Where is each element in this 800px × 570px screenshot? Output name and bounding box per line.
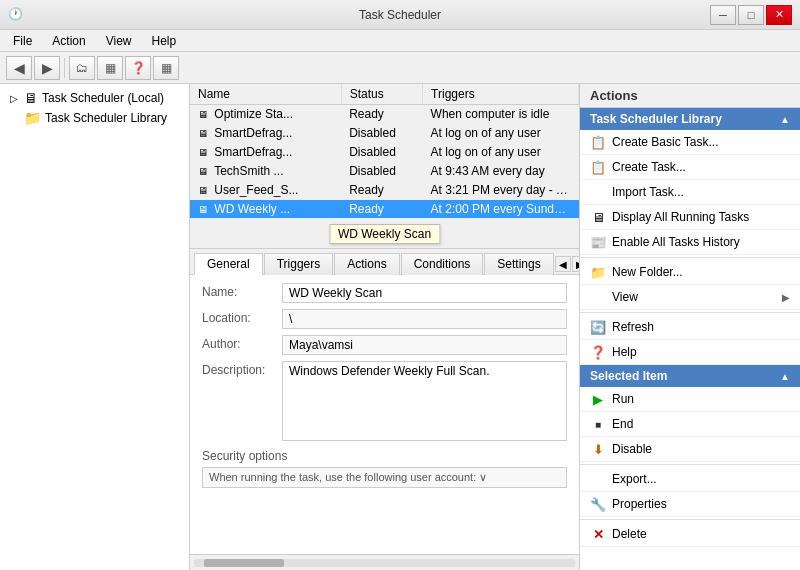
col-name[interactable]: Name bbox=[190, 84, 341, 105]
security-text: When running the task, use the following… bbox=[202, 467, 567, 488]
table-row[interactable]: 🖥 User_Feed_S... Ready At 3:21 PM every … bbox=[190, 181, 579, 200]
action-disable[interactable]: ⬇ Disable bbox=[580, 437, 800, 462]
import-task-label: Import Task... bbox=[612, 185, 790, 199]
library-section-header[interactable]: Task Scheduler Library ▲ bbox=[580, 108, 800, 130]
table-row[interactable]: 🖥 SmartDefrag... Disabled At log on of a… bbox=[190, 124, 579, 143]
maximize-button[interactable]: □ bbox=[738, 5, 764, 25]
table-row[interactable]: 🖥 SmartDefrag... Disabled At log on of a… bbox=[190, 143, 579, 162]
cell-trigger: At log on of any user bbox=[423, 124, 579, 143]
delete-label: Delete bbox=[612, 527, 790, 541]
selected-chevron-icon: ▲ bbox=[780, 371, 790, 382]
cell-status: Ready bbox=[341, 105, 422, 124]
import-task-icon bbox=[590, 184, 606, 200]
export-icon bbox=[590, 471, 606, 487]
action-export[interactable]: Export... bbox=[580, 467, 800, 492]
refresh-label: Refresh bbox=[612, 320, 790, 334]
task-tooltip: WD Weekly Scan bbox=[329, 224, 440, 244]
cell-name: 🖥 Optimize Sta... bbox=[190, 105, 341, 124]
description-value[interactable]: Windows Defender Weekly Full Scan. bbox=[282, 361, 567, 441]
cell-name: 🖥 TechSmith ... bbox=[190, 162, 341, 181]
refresh-icon: 🔄 bbox=[590, 319, 606, 335]
table-row-selected[interactable]: 🖥 WD Weekly ... Ready At 2:00 PM every S… bbox=[190, 200, 579, 219]
table-row[interactable]: 🖥 Optimize Sta... Ready When computer is… bbox=[190, 105, 579, 124]
actions-header: Actions bbox=[580, 84, 800, 108]
task-list: Name Status Triggers 🖥 Optimize Sta... R… bbox=[190, 84, 579, 249]
tree-root-label: Task Scheduler (Local) bbox=[42, 91, 164, 105]
sidebar: ▷ 🖥 Task Scheduler (Local) 📁 Task Schedu… bbox=[0, 84, 190, 570]
action-display-running[interactable]: 🖥 Display All Running Tasks bbox=[580, 205, 800, 230]
col-triggers[interactable]: Triggers bbox=[423, 84, 579, 105]
cell-trigger: When computer is idle bbox=[423, 105, 579, 124]
tab-next-button[interactable]: ▶ bbox=[572, 256, 579, 272]
folder-button[interactable]: 🗂 bbox=[69, 56, 95, 80]
action-view[interactable]: View ▶ bbox=[580, 285, 800, 310]
main-layout: ▷ 🖥 Task Scheduler (Local) 📁 Task Schedu… bbox=[0, 84, 800, 570]
action-properties[interactable]: 🔧 Properties bbox=[580, 492, 800, 517]
author-label: Author: bbox=[202, 335, 282, 351]
close-button[interactable]: ✕ bbox=[766, 5, 792, 25]
tab-settings[interactable]: Settings bbox=[484, 253, 553, 275]
expand-icon: ▷ bbox=[8, 92, 20, 104]
table-row[interactable]: 🖥 TechSmith ... Disabled At 9:43 AM ever… bbox=[190, 162, 579, 181]
menu-view[interactable]: View bbox=[97, 31, 141, 51]
cell-trigger: At 3:21 PM every day - Trigg... bbox=[423, 181, 579, 200]
view-arrow-icon: ▶ bbox=[782, 292, 790, 303]
author-field-row: Author: Maya\vamsi bbox=[202, 335, 567, 355]
cell-status: Ready bbox=[341, 181, 422, 200]
tab-conditions[interactable]: Conditions bbox=[401, 253, 484, 275]
window-controls: ─ □ ✕ bbox=[710, 5, 792, 25]
tab-triggers[interactable]: Triggers bbox=[264, 253, 334, 275]
action-run[interactable]: ▶ Run bbox=[580, 387, 800, 412]
properties-label: Properties bbox=[612, 497, 790, 511]
app-icon: 🕐 bbox=[8, 7, 24, 23]
name-field-row: Name: WD Weekly Scan bbox=[202, 283, 567, 303]
cell-status: Ready bbox=[341, 200, 422, 219]
forward-button[interactable]: ▶ bbox=[34, 56, 60, 80]
action-import-task[interactable]: Import Task... bbox=[580, 180, 800, 205]
action-help[interactable]: ❓ Help bbox=[580, 340, 800, 365]
menu-help[interactable]: Help bbox=[143, 31, 186, 51]
end-icon: ■ bbox=[590, 416, 606, 432]
description-field-row: Description: Windows Defender Weekly Ful… bbox=[202, 361, 567, 441]
action-end[interactable]: ■ End bbox=[580, 412, 800, 437]
help-label: Help bbox=[612, 345, 790, 359]
tab-general[interactable]: General bbox=[194, 253, 263, 275]
h-scroll-thumb[interactable] bbox=[204, 559, 284, 567]
author-value: Maya\vamsi bbox=[282, 335, 567, 355]
name-value[interactable]: WD Weekly Scan bbox=[282, 283, 567, 303]
disable-icon: ⬇ bbox=[590, 441, 606, 457]
action-enable-history[interactable]: 📰 Enable All Tasks History bbox=[580, 230, 800, 255]
action-separator-2 bbox=[580, 312, 800, 313]
tree-item-root[interactable]: ▷ 🖥 Task Scheduler (Local) bbox=[0, 88, 189, 108]
help-button[interactable]: ❓ bbox=[125, 56, 151, 80]
help-icon: ❓ bbox=[590, 344, 606, 360]
minimize-button[interactable]: ─ bbox=[710, 5, 736, 25]
action-new-folder[interactable]: 📁 New Folder... bbox=[580, 260, 800, 285]
cell-status: Disabled bbox=[341, 124, 422, 143]
grid-button[interactable]: ▦ bbox=[97, 56, 123, 80]
selected-section-label: Selected Item bbox=[590, 369, 667, 383]
action-create-basic-task[interactable]: 📋 Create Basic Task... bbox=[580, 130, 800, 155]
menu-action[interactable]: Action bbox=[43, 31, 94, 51]
tab-prev-button[interactable]: ◀ bbox=[555, 256, 571, 272]
h-scroll-area bbox=[190, 554, 579, 570]
computer-icon: 🖥 bbox=[24, 90, 38, 106]
view-button[interactable]: ▦ bbox=[153, 56, 179, 80]
tree-item-library[interactable]: 📁 Task Scheduler Library bbox=[0, 108, 189, 128]
enable-history-label: Enable All Tasks History bbox=[612, 235, 790, 249]
cell-name: 🖥 WD Weekly ... bbox=[190, 200, 341, 219]
menu-file[interactable]: File bbox=[4, 31, 41, 51]
delete-icon: ✕ bbox=[590, 526, 606, 542]
location-field-row: Location: \ bbox=[202, 309, 567, 329]
create-basic-task-label: Create Basic Task... bbox=[612, 135, 790, 149]
enable-history-icon: 📰 bbox=[590, 234, 606, 250]
tab-actions[interactable]: Actions bbox=[334, 253, 399, 275]
action-create-task[interactable]: 📋 Create Task... bbox=[580, 155, 800, 180]
disable-label: Disable bbox=[612, 442, 790, 456]
selected-section-header[interactable]: Selected Item ▲ bbox=[580, 365, 800, 387]
h-scroll-track[interactable] bbox=[194, 559, 575, 567]
action-delete[interactable]: ✕ Delete bbox=[580, 522, 800, 547]
col-status[interactable]: Status bbox=[341, 84, 422, 105]
action-refresh[interactable]: 🔄 Refresh bbox=[580, 315, 800, 340]
back-button[interactable]: ◀ bbox=[6, 56, 32, 80]
